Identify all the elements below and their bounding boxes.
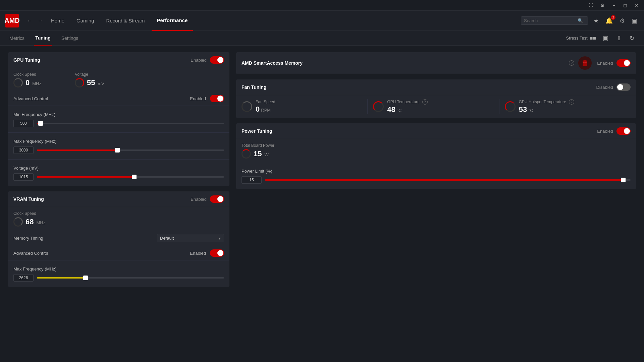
vram-max-freq-slider-row: 2626 — [13, 274, 224, 282]
gpu-tuning-toggle[interactable] — [210, 56, 224, 64]
minimize-button[interactable]: − — [609, 1, 619, 10]
gpu-min-freq-thumb — [38, 121, 43, 126]
close-button[interactable]: ✕ — [632, 1, 641, 10]
gpu-voltage-mv-track[interactable] — [37, 176, 224, 178]
amd-sam-title: AMD SmartAccess Memory — [241, 60, 568, 66]
vram-advanced-label: Advanced Control — [13, 251, 190, 256]
vram-advanced-toggle[interactable] — [210, 249, 224, 257]
amd-sam-enabled-label: Enabled — [597, 61, 613, 66]
gpu-hotspot-metric: GPU Hotspot Temperature ? 53 °C — [505, 99, 631, 114]
gpu-tuning-title: GPU Tuning — [13, 57, 191, 63]
gpu-min-freq-value[interactable]: 500 — [13, 120, 34, 127]
fan-speed-label: Fan Speed — [256, 100, 275, 104]
total-board-power-row: Total Board Power 15 W — [236, 139, 636, 163]
stress-test-icon: ■■ — [590, 35, 596, 41]
vram-clock-gauge — [13, 217, 23, 227]
refresh-icon[interactable]: ↻ — [628, 33, 636, 43]
amd-sam-help-icon[interactable]: ? — [569, 60, 574, 66]
gpu-tuning-card: GPU Tuning Enabled Clock Speed 0 MHz Vol… — [8, 52, 229, 186]
gpu-voltage-metric: Voltage 55 mV — [75, 72, 104, 87]
restore-button[interactable]: ◻ — [621, 1, 630, 10]
settings-titlebar-icon[interactable]: ⚙ — [598, 1, 607, 10]
help-titlebar-icon[interactable]: ⓘ — [586, 1, 596, 10]
share-icon[interactable]: ⇧ — [615, 33, 623, 43]
gpu-voltage-label: Voltage — [75, 72, 104, 77]
search-box[interactable]: 🔍 — [521, 16, 588, 25]
gpu-advanced-toggle[interactable] — [210, 95, 224, 102]
gpu-temp-gauge — [373, 101, 384, 112]
amd-logo: AMD — [5, 14, 19, 27]
gpu-voltage-mv-fill — [37, 176, 134, 178]
notifications-icon[interactable]: 🔔 2 — [604, 16, 614, 26]
power-limit-fill — [265, 179, 623, 181]
nav-bar: AMD ← → Home Gaming Record & Stream Perf… — [0, 11, 644, 31]
total-board-power-label: Total Board Power — [241, 143, 274, 148]
vram-max-freq-label: Max Frequency (MHz) — [13, 263, 224, 274]
tab-settings[interactable]: Settings — [60, 31, 80, 46]
tab-tuning[interactable]: Tuning — [34, 31, 52, 46]
stress-test-button[interactable]: Stress Test ■■ — [566, 35, 596, 41]
tab-metrics[interactable]: Metrics — [8, 31, 26, 46]
fan-tuning-toggle[interactable] — [616, 83, 631, 91]
search-input[interactable] — [524, 18, 578, 23]
gpu-temp-metric: GPU Temperature ? 48 °C — [373, 99, 499, 114]
memory-timing-select[interactable]: Default Fast Fastest — [157, 234, 224, 242]
vram-tuning-header: VRAM Tuning Enabled — [8, 191, 229, 207]
gpu-max-freq-track[interactable] — [37, 149, 224, 151]
power-limit-slider-row: 15 — [241, 176, 631, 184]
vram-max-freq-section: Max Frequency (MHz) 2626 — [8, 260, 229, 287]
nav-links: Home Gaming Record & Stream Performance — [46, 11, 521, 31]
nav-record-stream[interactable]: Record & Stream — [101, 11, 150, 31]
vram-clock-unit: MHz — [36, 220, 45, 225]
fan-tuning-disabled-label: Disabled — [596, 85, 613, 90]
power-limit-value[interactable]: 15 — [241, 176, 262, 184]
forward-button[interactable]: → — [35, 16, 46, 26]
back-button[interactable]: ← — [24, 16, 35, 26]
vram-clock-label: Clock Speed — [13, 211, 45, 216]
notification-badge: 2 — [611, 15, 615, 20]
power-tuning-toggle[interactable] — [616, 127, 631, 135]
gpu-hotspot-value: 53 — [519, 105, 527, 114]
total-board-power-metric: Total Board Power 15 W — [241, 143, 274, 159]
vram-clock-metric: Clock Speed 68 MHz — [13, 211, 45, 227]
gpu-voltage-mv-section: Voltage (mV) 1015 — [8, 160, 229, 186]
nav-home[interactable]: Home — [46, 11, 70, 31]
gpu-advanced-value: Enabled — [190, 96, 206, 101]
gpu-voltage-mv-value[interactable]: 1015 — [13, 173, 34, 181]
fan-tuning-card: Fan Tuning Disabled Fan Speed 0 RPM — [236, 79, 636, 118]
nav-right: 🔍 ★ 🔔 2 ⚙ ▣ — [521, 16, 639, 26]
gpu-hotspot-unit: °C — [528, 108, 533, 113]
search-icon: 🔍 — [578, 18, 583, 23]
gpu-voltage-value: 55 — [87, 78, 95, 87]
vram-max-freq-track[interactable] — [37, 277, 224, 279]
nav-gaming[interactable]: Gaming — [71, 11, 100, 31]
gpu-min-freq-track[interactable] — [37, 123, 224, 124]
gpu-hotspot-help-icon[interactable]: ? — [569, 99, 574, 105]
gpu-max-freq-value[interactable]: 3000 — [13, 146, 34, 154]
checkbox-icon[interactable]: ▣ — [601, 33, 610, 43]
gpu-min-freq-slider-row: 500 — [13, 120, 224, 127]
amd-sam-toggle[interactable] — [616, 59, 631, 67]
fan-speed-metric: Fan Speed 0 RPM — [241, 99, 368, 114]
main-content: GPU Tuning Enabled Clock Speed 0 MHz Vol… — [0, 46, 644, 362]
vram-tuning-toggle[interactable] — [210, 195, 224, 203]
gpu-voltage-mv-label: Voltage (mV) — [13, 162, 224, 173]
power-limit-thumb — [621, 178, 626, 182]
gpu-max-freq-section: Max Frequency (MHz) 3000 — [8, 133, 229, 160]
power-tuning-header: Power Tuning Enabled — [236, 123, 636, 139]
power-limit-track[interactable] — [265, 179, 631, 181]
gpu-max-freq-fill — [37, 149, 117, 151]
gpu-temp-value: 48 — [387, 105, 395, 114]
memory-timing-row: Memory Timing Default Fast Fastest ▼ — [8, 231, 229, 246]
gpu-temp-help-icon[interactable]: ? — [422, 99, 428, 105]
nav-performance[interactable]: Performance — [152, 11, 193, 31]
sub-nav: Metrics Tuning Settings Stress Test ■■ ▣… — [0, 31, 644, 46]
fan-speed-gauge — [241, 101, 252, 112]
favorites-icon[interactable]: ★ — [592, 16, 600, 26]
sub-nav-right: Stress Test ■■ ▣ ⇧ ↻ — [566, 33, 636, 43]
gpu-max-freq-thumb — [115, 148, 120, 153]
monitor-icon[interactable]: ▣ — [630, 16, 639, 26]
gpu-clock-unit: MHz — [32, 81, 41, 86]
gear-icon[interactable]: ⚙ — [618, 16, 626, 26]
vram-max-freq-value[interactable]: 2626 — [13, 274, 34, 282]
